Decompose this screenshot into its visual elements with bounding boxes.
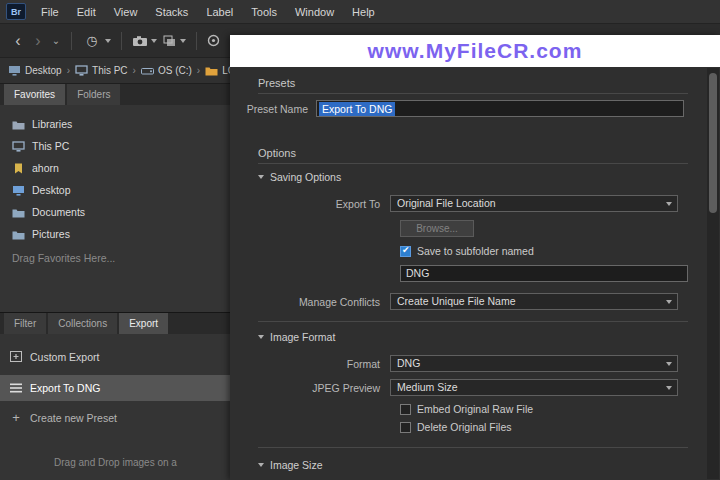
breadcrumb-label: OS (C:)	[158, 65, 192, 76]
create-new-preset-button[interactable]: + Create new Preset	[0, 405, 231, 430]
export-panel-tabs: Filter Collections Export	[0, 313, 231, 334]
favorites-list: Libraries This PC ahorn Desktop Document…	[0, 105, 231, 264]
menu-window[interactable]: Window	[286, 0, 343, 24]
preset-item-export-to-dng[interactable]: Export To DNG	[0, 375, 231, 401]
preset-name-input[interactable]: Export To DNG	[316, 100, 684, 117]
favorites-item-label: This PC	[32, 140, 69, 152]
folder-icon	[12, 163, 25, 174]
tab-favorites[interactable]: Favorites	[4, 84, 65, 105]
clock-icon: ◷	[84, 31, 100, 51]
get-photos-from-camera-button[interactable]	[132, 35, 157, 47]
tab-folders[interactable]: Folders	[67, 84, 120, 105]
favorites-item-desktop[interactable]: Desktop	[0, 179, 231, 201]
preset-name-label: Preset Name	[230, 103, 316, 115]
presets-section-title: Presets	[258, 77, 295, 89]
open-in-camera-raw-button[interactable]	[207, 34, 220, 47]
breadcrumb-os-c[interactable]: OS (C:)	[141, 65, 192, 76]
divider	[258, 447, 688, 448]
bridge-logo[interactable]: Br	[6, 3, 26, 20]
toolbar-divider	[196, 32, 197, 50]
favorites-item-label: Desktop	[32, 184, 71, 196]
favorites-item-this-pc[interactable]: This PC	[0, 135, 231, 157]
jpeg-preview-select[interactable]: Medium Size	[390, 379, 678, 396]
embed-raw-checkbox[interactable]	[400, 404, 411, 415]
list-icon	[10, 383, 22, 393]
forward-icon[interactable]: ›	[30, 31, 46, 51]
export-preset-dialog: www.MyFileCR.com Presets Preset Name Exp…	[230, 35, 720, 480]
dialog-scrollbar[interactable]	[707, 68, 719, 479]
favorites-item-libraries[interactable]: Libraries	[0, 113, 231, 135]
back-icon[interactable]: ‹	[10, 31, 26, 51]
breadcrumb-desktop[interactable]: Desktop	[8, 65, 62, 76]
collapse-chevron-icon	[258, 335, 264, 339]
divider	[258, 321, 688, 322]
layers-icon	[163, 35, 177, 47]
breadcrumb-label: This PC	[92, 65, 128, 76]
recent-items-button[interactable]: ◷	[82, 31, 111, 51]
breadcrumb-separator: ›	[67, 65, 70, 76]
dialog-titlebar: www.MyFileCR.com	[230, 35, 720, 67]
menu-tools[interactable]: Tools	[242, 0, 286, 24]
image-format-header[interactable]: Image Format	[258, 331, 335, 343]
export-to-value: Original File Location	[397, 197, 496, 209]
preset-item-label: Custom Export	[30, 351, 99, 363]
export-to-row: Export To Original File Location	[230, 195, 692, 212]
tab-filter[interactable]: Filter	[4, 313, 46, 334]
menu-stacks[interactable]: Stacks	[146, 0, 197, 24]
format-select[interactable]: DNG	[390, 355, 678, 372]
manage-conflicts-value: Create Unique File Name	[397, 295, 515, 307]
delete-originals-checkbox[interactable]	[400, 422, 411, 433]
image-size-header[interactable]: Image Size	[258, 459, 323, 471]
refine-button[interactable]	[163, 35, 186, 47]
computer-icon	[75, 65, 88, 76]
favorites-panel-tabs: Favorites Folders	[0, 84, 231, 105]
menu-label[interactable]: Label	[197, 0, 242, 24]
menu-file[interactable]: File	[32, 0, 68, 24]
export-panel: Filter Collections Export Custom Export …	[0, 312, 232, 480]
browse-button[interactable]: Browse...	[400, 220, 474, 237]
breadcrumb-separator: ›	[133, 65, 136, 76]
favorites-item-label: Libraries	[32, 118, 72, 130]
monitor-icon	[12, 185, 25, 196]
jpeg-preview-label: JPEG Preview	[230, 382, 390, 394]
subfolder-checkbox-row[interactable]: Save to subfolder named	[400, 245, 534, 257]
export-presets-list: Custom Export Export To DNG + Create new…	[0, 334, 231, 430]
export-to-label: Export To	[230, 198, 390, 210]
options-section-title: Options	[258, 147, 296, 159]
subfolder-checkbox[interactable]	[400, 246, 411, 257]
menu-edit[interactable]: Edit	[68, 0, 105, 24]
collapse-chevron-icon	[258, 463, 264, 467]
image-size-title: Image Size	[270, 459, 323, 471]
breadcrumb-this-pc[interactable]: This PC	[75, 65, 128, 76]
favorites-item-documents[interactable]: Documents	[0, 201, 231, 223]
menu-help[interactable]: Help	[343, 0, 384, 24]
manage-conflicts-select[interactable]: Create Unique File Name	[390, 293, 678, 310]
navigation-chevron-icon[interactable]: ⌄	[50, 31, 62, 51]
delete-originals-checkbox-row[interactable]: Delete Original Files	[400, 421, 512, 433]
computer-icon	[12, 141, 25, 152]
drag-favorites-hint: Drag Favorites Here...	[0, 252, 231, 264]
embed-raw-checkbox-label: Embed Original Raw File	[417, 403, 533, 415]
format-row: Format DNG	[230, 355, 692, 372]
tab-collections[interactable]: Collections	[48, 313, 117, 334]
collapse-chevron-icon	[258, 175, 264, 179]
tab-export[interactable]: Export	[119, 313, 168, 334]
scrollbar-thumb[interactable]	[709, 73, 717, 213]
subfolder-name-input[interactable]: DNG	[400, 265, 688, 282]
favorites-item-label: Pictures	[32, 228, 70, 240]
menu-view[interactable]: View	[105, 0, 147, 24]
plus-box-icon	[10, 351, 22, 362]
favorites-item-pictures[interactable]: Pictures	[0, 223, 231, 245]
embed-raw-checkbox-row[interactable]: Embed Original Raw File	[400, 403, 533, 415]
watermark-text: www.MyFileCR.com	[368, 39, 583, 63]
preset-item-custom-export[interactable]: Custom Export	[0, 344, 231, 369]
saving-options-header[interactable]: Saving Options	[258, 171, 341, 183]
export-to-select[interactable]: Original File Location	[390, 195, 678, 212]
toolbar-divider	[121, 32, 122, 50]
preset-name-row: Preset Name Export To DNG	[230, 100, 692, 117]
delete-originals-checkbox-label: Delete Original Files	[417, 421, 512, 433]
chevron-down-icon	[666, 362, 672, 366]
favorites-item-ahorn[interactable]: ahorn	[0, 157, 231, 179]
dialog-body: Presets Preset Name Export To DNG Option…	[230, 67, 720, 480]
folder-icon	[12, 229, 25, 240]
